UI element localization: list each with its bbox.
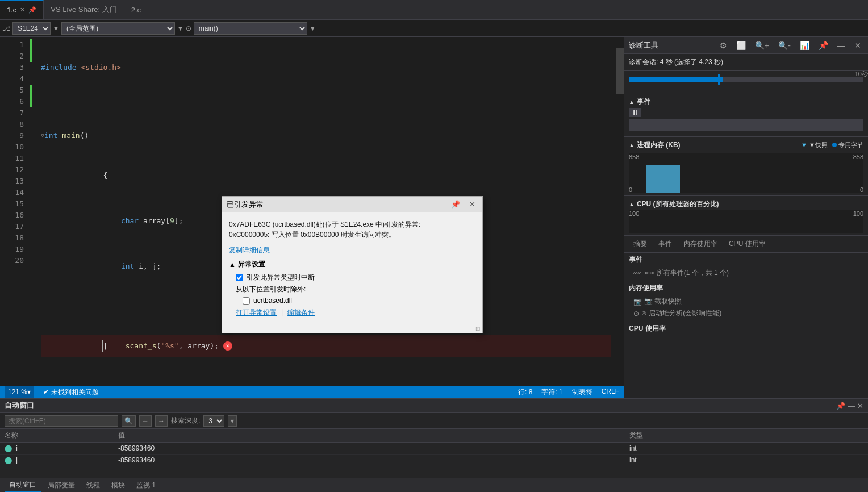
bottom-tab-modules[interactable]: 模块 [107, 478, 130, 492]
diag-collapse-btn[interactable]: — [835, 40, 848, 51]
checkbox-break-on-type[interactable] [236, 274, 243, 281]
ln-8: 8 [0, 119, 24, 130]
events-count-text: ∞∞ 所有事件(1 个，共 1 个) [645, 268, 729, 278]
scope-select[interactable]: (全局范围) [61, 22, 175, 35]
dialog-close-button[interactable]: ✕ [467, 200, 478, 209]
diag-tab-summary[interactable]: 摘要 [629, 238, 652, 250]
ln-2: 2 [0, 51, 24, 62]
fn-scanf: scanf_s [126, 340, 157, 352]
status-message: 未找到相关问题 [51, 387, 99, 397]
memory-section-title[interactable]: ▲ 进程内存 (KB) [629, 139, 681, 151]
depth-select[interactable]: 3 [203, 415, 224, 427]
tab-1c[interactable]: 1.c ✕ 📌 [0, 0, 44, 19]
code-line-9 [41, 380, 611, 386]
function-select[interactable]: main() [194, 22, 307, 35]
tab-1c-close[interactable]: ✕ [20, 6, 25, 14]
diag-events-bottom: 事件 ∞∞ ∞∞ 所有事件(1 个，共 1 个) [629, 255, 863, 279]
bottom-close-btn[interactable]: ✕ [857, 402, 863, 410]
bottom-tab-threads[interactable]: 线程 [82, 478, 105, 492]
ln-17: 17 [0, 221, 24, 232]
cell-name-j: ⬤ j [0, 455, 114, 466]
snapshot-label: ▼快照 [809, 141, 828, 148]
diag-settings-btn[interactable]: ⚙ [717, 40, 729, 51]
checkbox-ucrtbased[interactable] [243, 297, 250, 305]
editor-scrollbar[interactable] [616, 37, 624, 386]
edit-condition-link[interactable]: 编辑条件 [287, 308, 315, 318]
scrollbar-thumb[interactable] [616, 48, 624, 94]
col-name: 名称 [0, 429, 114, 443]
tab-1c-pin[interactable]: 📌 [28, 6, 36, 14]
ln-14: 14 [0, 187, 24, 198]
var-icon-i: ⬤ [5, 444, 12, 452]
ln-19: 19 [0, 244, 24, 255]
diag-pin-btn[interactable]: 📌 [816, 40, 831, 51]
gutter-bar-2 [30, 85, 32, 107]
diag-tab-cpu[interactable]: CPU 使用率 [724, 238, 770, 250]
search-arrow-right-btn[interactable]: → [155, 415, 168, 427]
screenshot-label: 📷 截取快照 [644, 297, 682, 306]
pause-button[interactable]: ⏸ [629, 108, 641, 117]
diag-zoom-out-btn[interactable]: 🔍- [776, 40, 793, 51]
ln-4: 4 [0, 73, 24, 85]
branch-select[interactable]: S1E24 [12, 22, 51, 35]
open-exception-settings-link[interactable]: 打开异常设置 [236, 308, 277, 318]
tab-liveshare[interactable]: VS Live Share: 入门 [44, 0, 124, 19]
memory-chart: 858 858 0 0 [629, 153, 863, 193]
memory-title-text: 进程内存 (KB) [637, 140, 681, 150]
bottom-header-right: 📌 — ✕ [836, 402, 863, 410]
kw-include: #include [41, 62, 77, 73]
function-icon: ⊙ [186, 24, 191, 32]
ln-16: 16 [0, 210, 24, 221]
bottom-tab-locals[interactable]: 局部变量 [43, 478, 80, 492]
timeline-bar [629, 77, 863, 82]
bottom-tab-auto[interactable]: 自动窗口 [5, 478, 41, 492]
diag-tab-memory[interactable]: 内存使用率 [679, 238, 722, 250]
camera-icon: 📷 [633, 298, 642, 306]
line-numbers: 1 2 3 4 5 6 7 8 9 10 11 12 13 14 15 16 1… [0, 37, 28, 386]
toolbar-arrow2: ▼ [177, 25, 183, 32]
col-type: 类型 [625, 429, 868, 443]
bottom-pin-btn[interactable]: 📌 [836, 402, 845, 410]
bottom-collapse-btn[interactable]: — [848, 402, 855, 410]
diag-select-btn[interactable]: ⬜ [734, 40, 748, 51]
bottom-tab-watch1[interactable]: 监视 1 [132, 478, 160, 492]
cpu-title-text: CPU (所有处理器的百分比) [637, 199, 719, 209]
diag-title: 诊断工具 [629, 40, 713, 51]
diag-tab-events[interactable]: 事件 [654, 238, 677, 250]
cell-value-i: -858993460 [114, 443, 625, 455]
heap-button[interactable]: ⊙ ⊙ 启动堆分析(会影响性能) [629, 307, 863, 319]
diag-chart-btn[interactable]: 📊 [798, 40, 812, 51]
status-encoding: CRLF [602, 387, 619, 397]
main-area: 1 2 3 4 5 6 7 8 9 10 11 12 13 14 15 16 1… [0, 37, 868, 398]
status-line: 行: 8 [518, 387, 532, 397]
dialog-resize-handle[interactable]: ⊡ [222, 324, 482, 333]
diag-session: 诊断会话: 4 秒 (选择了 4.23 秒) [624, 54, 868, 71]
exclude-label: 从以下位置引发时除外: [229, 285, 475, 294]
diag-close-btn2[interactable]: ✕ [852, 40, 863, 51]
events-bar [629, 119, 863, 131]
search-input[interactable] [5, 415, 118, 427]
kw-int: int [44, 130, 57, 141]
table-row-j: ⬤ j -858993460 int [0, 455, 868, 466]
screenshot-button[interactable]: 📷 📷 截取快照 [629, 295, 863, 307]
cpu-section-title[interactable]: ▲ CPU (所有处理器的百分比) [629, 198, 863, 210]
punc-paren: () [80, 130, 89, 141]
search-arrow-left-btn[interactable]: ← [139, 415, 152, 427]
search-magnifier-btn[interactable]: 🔍 [122, 415, 136, 427]
memory-bar-chart [646, 165, 680, 193]
tab-2c[interactable]: 2.c [124, 0, 148, 19]
diag-zoom-in-btn[interactable]: 🔍+ [753, 40, 771, 51]
dialog-section-title[interactable]: ▲ 异常设置 [229, 260, 475, 269]
tab-bar: 1.c ✕ 📌 VS Live Share: 入门 2.c [0, 0, 868, 20]
dialog-copy-link[interactable]: 复制详细信息 [229, 246, 270, 254]
depth-arrow-btn[interactable]: ▾ [228, 415, 237, 427]
cell-name-i: ⬤ i [0, 443, 114, 455]
branch-icon: ⎇ [2, 24, 10, 32]
dialog-body: 0x7ADFE63C (ucrtbased.dll)处(位于 S1E24.exe… [222, 212, 482, 324]
events-section-title[interactable]: ▲ 事件 [629, 96, 863, 108]
ln-5: 5 [0, 85, 24, 96]
code-line-4: { [41, 164, 611, 187]
events-bottom-title-text: 事件 [629, 255, 642, 265]
dialog-pin-button[interactable]: 📌 [449, 200, 462, 209]
zoom-level[interactable]: 121 % ▾ [5, 386, 34, 398]
